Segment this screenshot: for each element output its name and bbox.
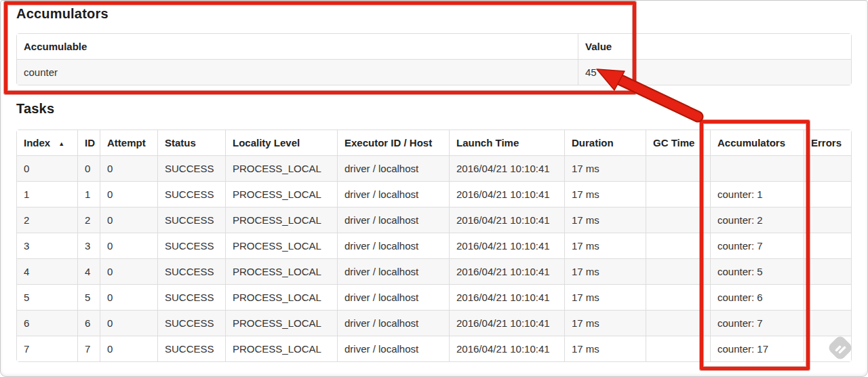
col-header-accumulable: Accumulable: [17, 34, 578, 59]
cell-accumulators: counter: 7: [710, 233, 804, 258]
table-row: 110SUCCESSPROCESS_LOCALdriver / localhos…: [17, 181, 851, 207]
tasks-col-header-errors[interactable]: Errors: [804, 130, 851, 155]
cell-id: 0: [77, 155, 100, 181]
cell-executor-id-host: driver / localhost: [337, 207, 449, 233]
cell-id: 2: [77, 207, 100, 233]
cell-errors: [804, 258, 851, 284]
cell-errors: [804, 181, 851, 207]
cell-index: 0: [17, 155, 77, 181]
tasks-col-header-status[interactable]: Status: [157, 130, 225, 155]
cell-index: 6: [17, 310, 77, 336]
cell-launch-time: 2016/04/21 10:10:41: [449, 258, 564, 284]
cell-attempt: 0: [100, 233, 157, 258]
cell-index: 7: [17, 336, 77, 361]
cell-status: SUCCESS: [157, 258, 225, 284]
accumulable-name-cell: counter: [17, 59, 578, 85]
cell-launch-time: 2016/04/21 10:10:41: [449, 336, 564, 361]
cell-locality-level: PROCESS_LOCAL: [225, 284, 337, 310]
table-row: 000SUCCESSPROCESS_LOCALdriver / localhos…: [17, 155, 851, 181]
cell-duration: 17 ms: [564, 207, 646, 233]
cell-launch-time: 2016/04/21 10:10:41: [449, 284, 564, 310]
cell-duration: 17 ms: [564, 258, 646, 284]
cell-accumulators: [710, 155, 804, 181]
spark-ui-stage-page: Accumulators Accumulable Value counter45…: [0, 0, 868, 377]
cell-attempt: 0: [100, 181, 157, 207]
cell-duration: 17 ms: [564, 181, 646, 207]
tasks-table: Index▲IDAttemptStatusLocality LevelExecu…: [16, 130, 852, 362]
cell-executor-id-host: driver / localhost: [337, 233, 449, 258]
cell-errors: [804, 310, 851, 336]
cell-executor-id-host: driver / localhost: [337, 181, 449, 207]
table-row: 770SUCCESSPROCESS_LOCALdriver / localhos…: [17, 336, 851, 361]
tasks-section-title: Tasks: [16, 101, 54, 117]
cell-locality-level: PROCESS_LOCAL: [225, 310, 337, 336]
cell-attempt: 0: [100, 284, 157, 310]
cell-errors: [804, 155, 851, 181]
cell-gc-time: [646, 258, 710, 284]
table-row: 330SUCCESSPROCESS_LOCALdriver / localhos…: [17, 233, 851, 258]
cell-locality-level: PROCESS_LOCAL: [225, 155, 337, 181]
sort-ascending-icon: ▲: [58, 140, 64, 147]
accumulators-table: Accumulable Value counter45: [16, 33, 852, 85]
cell-id: 7: [77, 336, 100, 361]
cell-launch-time: 2016/04/21 10:10:41: [449, 155, 564, 181]
cell-gc-time: [646, 155, 710, 181]
cell-accumulators: counter: 17: [710, 336, 804, 361]
cell-status: SUCCESS: [157, 181, 225, 207]
col-header-value: Value: [578, 34, 851, 59]
cell-status: SUCCESS: [157, 207, 225, 233]
cell-executor-id-host: driver / localhost: [337, 336, 449, 361]
cell-launch-time: 2016/04/21 10:10:41: [449, 310, 564, 336]
cell-accumulators: counter: 7: [710, 310, 804, 336]
cell-locality-level: PROCESS_LOCAL: [225, 336, 337, 361]
cell-id: 3: [77, 233, 100, 258]
cell-index: 2: [17, 207, 77, 233]
cell-attempt: 0: [100, 310, 157, 336]
cell-status: SUCCESS: [157, 233, 225, 258]
table-header-row: Accumulable Value: [17, 34, 851, 59]
cell-gc-time: [646, 284, 710, 310]
cell-locality-level: PROCESS_LOCAL: [225, 258, 337, 284]
cell-index: 3: [17, 233, 77, 258]
cell-errors: [804, 233, 851, 258]
cell-locality-level: PROCESS_LOCAL: [225, 233, 337, 258]
cell-executor-id-host: driver / localhost: [337, 284, 449, 310]
cell-errors: [804, 336, 851, 361]
tasks-col-header-launch-time[interactable]: Launch Time: [449, 130, 564, 155]
tasks-col-header-index[interactable]: Index▲: [17, 130, 77, 155]
table-row: 440SUCCESSPROCESS_LOCALdriver / localhos…: [17, 258, 851, 284]
cell-gc-time: [646, 181, 710, 207]
cell-duration: 17 ms: [564, 310, 646, 336]
cell-attempt: 0: [100, 207, 157, 233]
cell-executor-id-host: driver / localhost: [337, 310, 449, 336]
cell-status: SUCCESS: [157, 284, 225, 310]
cell-status: SUCCESS: [157, 336, 225, 361]
tasks-col-header-id[interactable]: ID: [77, 130, 100, 155]
cell-duration: 17 ms: [564, 155, 646, 181]
cell-executor-id-host: driver / localhost: [337, 155, 449, 181]
accumulable-value-cell: 45: [578, 59, 851, 85]
tasks-col-header-gc-time[interactable]: GC Time: [646, 130, 710, 155]
cell-attempt: 0: [100, 155, 157, 181]
cell-index: 4: [17, 258, 77, 284]
cell-errors: [804, 207, 851, 233]
cell-index: 1: [17, 181, 77, 207]
cell-index: 5: [17, 284, 77, 310]
cell-locality-level: PROCESS_LOCAL: [225, 181, 337, 207]
cell-duration: 17 ms: [564, 284, 646, 310]
cell-gc-time: [646, 310, 710, 336]
tasks-col-header-attempt[interactable]: Attempt: [100, 130, 157, 155]
cell-accumulators: counter: 6: [710, 284, 804, 310]
cell-locality-level: PROCESS_LOCAL: [225, 207, 337, 233]
table-row: 550SUCCESSPROCESS_LOCALdriver / localhos…: [17, 284, 851, 310]
cell-status: SUCCESS: [157, 310, 225, 336]
accumulators-section-title: Accumulators: [16, 6, 108, 22]
table-row: 220SUCCESSPROCESS_LOCALdriver / localhos…: [17, 207, 851, 233]
tasks-col-header-executor-id-host[interactable]: Executor ID / Host: [337, 130, 449, 155]
tasks-col-header-locality-level[interactable]: Locality Level: [225, 130, 337, 155]
tasks-col-header-duration[interactable]: Duration: [564, 130, 646, 155]
cell-id: 4: [77, 258, 100, 284]
cell-launch-time: 2016/04/21 10:10:41: [449, 181, 564, 207]
tasks-col-header-accumulators[interactable]: Accumulators: [710, 130, 804, 155]
cell-gc-time: [646, 207, 710, 233]
